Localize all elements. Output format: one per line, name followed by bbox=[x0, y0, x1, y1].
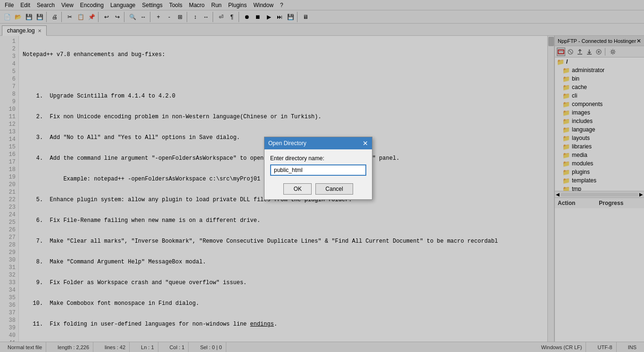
modal-ok-button[interactable]: OK bbox=[283, 183, 312, 195]
modal-cancel-button[interactable]: Cancel bbox=[315, 183, 353, 195]
directory-input[interactable] bbox=[270, 164, 366, 176]
modal-titlebar: Open Directory ✕ bbox=[264, 137, 372, 149]
modal-buttons: OK Cancel bbox=[264, 180, 372, 199]
open-directory-modal: Open Directory ✕ Enter directory name: O… bbox=[264, 137, 372, 200]
modal-body: Enter directory name: bbox=[264, 149, 372, 180]
modal-title-text: Open Directory bbox=[268, 140, 306, 147]
modal-overlay: Open Directory ✕ Enter directory name: O… bbox=[0, 0, 644, 352]
modal-label-text: Enter directory name: bbox=[270, 155, 366, 162]
modal-close-button[interactable]: ✕ bbox=[363, 139, 368, 147]
